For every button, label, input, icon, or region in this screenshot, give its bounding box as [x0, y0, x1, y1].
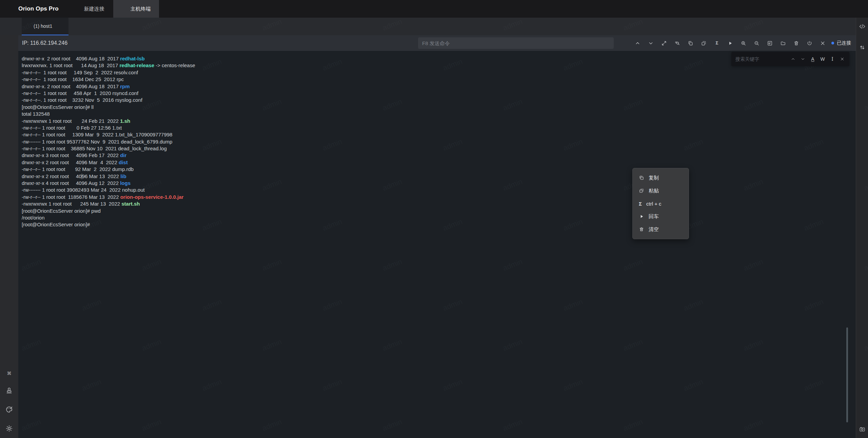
paste-button[interactable] — [697, 37, 710, 49]
terminal-screen[interactable]: drwxr-xr-x 2 root root 4096 Aug 18 2017 … — [18, 51, 856, 438]
copy-icon — [688, 40, 693, 46]
swap-panel-button[interactable] — [859, 44, 866, 51]
close-terminal-button[interactable] — [816, 37, 829, 49]
host-terminal-label: 主机终端 — [131, 6, 151, 12]
new-connection-label: 新建连接 — [84, 6, 104, 12]
terminal-line: drwxr-xr-x 2 root root 4096 Mar 13 2022 … — [22, 173, 856, 180]
search-lines-icon — [674, 40, 680, 46]
power-icon — [807, 40, 812, 46]
terminal-line: -rw-r--r-- 1 root root 36885 Nov 10 2021… — [22, 145, 856, 152]
command-icon: ⌘ — [7, 371, 11, 376]
brand-title: Orion Ops Pro — [18, 5, 59, 12]
host-ip-label: IP: 116.62.194.246 — [22, 35, 67, 51]
plus-icon — [8, 23, 14, 30]
brand-logo-icon — [4, 4, 15, 14]
history-up-button[interactable] — [631, 37, 644, 49]
app-header: Orion Ops Pro 新建连接 主机终端 — [0, 0, 868, 18]
plus-icon — [76, 6, 81, 12]
connected-label: 已连接 — [837, 40, 851, 46]
context-menu-item-copy[interactable]: 复制 — [633, 171, 689, 184]
search-input[interactable] — [735, 56, 789, 62]
trash-icon — [639, 227, 644, 232]
add-tab-button[interactable] — [68, 18, 88, 35]
zoom-out-icon — [754, 40, 760, 46]
expand-window-button[interactable] — [657, 37, 671, 49]
code-square-icon — [767, 40, 773, 46]
host-terminal-top-tab[interactable]: 主机终端 — [113, 0, 159, 18]
terminal-line: -rw-r--r-- 1 root root 1634 Dec 25 2012 … — [22, 76, 856, 83]
terminal-line: -rwxrwxrwx 1 root root 245 Mar 13 2022 s… — [22, 201, 856, 207]
left-sidebar: ⌘ — [0, 35, 18, 438]
file-manager-button[interactable] — [776, 37, 790, 49]
terminal-toolbar: IP: 116.62.194.246 Σ 已连接 — [18, 35, 856, 51]
close-search-button[interactable] — [838, 55, 847, 63]
monitor-icon — [121, 6, 127, 12]
add-tab-button-left[interactable] — [0, 18, 22, 35]
context-menu-item-enter[interactable]: 回车 — [633, 210, 689, 223]
send-command-input[interactable] — [418, 37, 614, 49]
search-button[interactable] — [671, 37, 684, 49]
copy-button[interactable] — [684, 37, 697, 49]
chevron-down-icon — [801, 57, 805, 61]
terminal-line: -rw------- 1 root root 95377762 Nov 9 20… — [22, 138, 856, 145]
theme-button[interactable] — [5, 405, 13, 414]
folder-icon — [780, 40, 786, 46]
code-icon — [859, 23, 866, 30]
close-icon — [820, 40, 826, 46]
font-zoom-in-button[interactable] — [737, 37, 750, 49]
context-menu-item-ctrl-c[interactable]: Σctrl + c — [633, 197, 689, 210]
context-menu-item-paste[interactable]: 粘贴 — [633, 184, 689, 197]
trash-icon — [793, 40, 799, 46]
terminal-scrollbar[interactable] — [846, 327, 848, 422]
terminal-line: /root/orion — [22, 214, 856, 221]
find-previous-button[interactable] — [789, 55, 797, 63]
context-menu-label-clear: 清空 — [649, 226, 659, 233]
terminal-line: drwxr-xr-x. 2 root root 4096 Aug 18 2017… — [22, 83, 856, 90]
terminal-line: -rw-r--r-- 1 root root 458 Apr 1 2020 rs… — [22, 90, 856, 97]
connection-status: 已连接 — [831, 40, 851, 46]
paste-icon — [639, 188, 644, 193]
terminal-line: -rw-r--r-- 1 root root 0 Feb 27 12:56 1.… — [22, 125, 856, 131]
terminal-line: -rw-r--r-- 1 root root 1185676 Mar 13 20… — [22, 194, 856, 201]
clear-screen-button[interactable] — [790, 37, 803, 49]
terminal-line: -rw-r--r-- 1 root root 92 Mar 2 2022 dum… — [22, 166, 856, 173]
terminal-line: drwxr-xr-x 4 root root 4096 Aug 12 2022 … — [22, 180, 856, 187]
regex-button[interactable]: I — [828, 55, 837, 63]
terminal-line: drwxr-xr-x 2 root root 4096 Mar 4 2022 d… — [22, 159, 856, 166]
gear-icon — [5, 424, 13, 433]
toolbar-buttons: Σ 已连接 — [631, 35, 852, 51]
whole-word-button[interactable]: W — [818, 55, 827, 63]
code-snippet-button[interactable] — [763, 37, 776, 49]
shortcut-commands-button[interactable]: ⌘ — [7, 371, 11, 376]
chevron-up-icon — [791, 57, 795, 61]
font-zoom-out-button[interactable] — [750, 37, 763, 49]
terminal-line: -rwxrwxrwx 1 root root 24 Feb 21 2022 1.… — [22, 118, 856, 125]
context-menu-item-clear[interactable]: 清空 — [633, 223, 689, 236]
match-case-button[interactable]: A — [808, 55, 817, 63]
terminal-tab-bar: (1) host1 — [0, 18, 856, 35]
terminal-line: drwxr-xr-x 2 root root 4096 Aug 18 2017 … — [22, 55, 856, 62]
swap-icon — [859, 44, 866, 51]
terminal-line: -rw------- 1 root root 39082493 Mar 24 2… — [22, 187, 856, 193]
close-all-tabs-button[interactable] — [841, 24, 846, 30]
chevron-down-icon — [648, 40, 654, 46]
tab-host1-label: (1) host1 — [34, 23, 52, 29]
history-down-button[interactable] — [644, 37, 657, 49]
tab-host1[interactable]: (1) host1 — [22, 18, 68, 35]
find-next-button[interactable] — [798, 55, 807, 63]
settings-button[interactable] — [5, 424, 13, 433]
disconnect-button[interactable] — [803, 37, 816, 49]
new-connection-menu[interactable]: 新建连接 — [76, 6, 104, 12]
stamp-icon — [5, 386, 13, 395]
ctrl-key-button[interactable]: Σ — [710, 37, 724, 49]
code-editor-button[interactable] — [859, 23, 866, 30]
terminal-context-menu: 复制粘贴Σctrl + c回车清空 — [632, 168, 689, 239]
screenshot-button[interactable] — [859, 426, 866, 433]
sigma-icon: Σ — [639, 201, 642, 206]
identity-button[interactable] — [5, 386, 13, 395]
run-command-button[interactable] — [724, 37, 737, 49]
play-icon — [727, 40, 733, 46]
fullscreen-button[interactable] — [857, 5, 864, 12]
terminal-search-box: AWI — [731, 52, 849, 66]
palette-icon — [5, 405, 13, 414]
